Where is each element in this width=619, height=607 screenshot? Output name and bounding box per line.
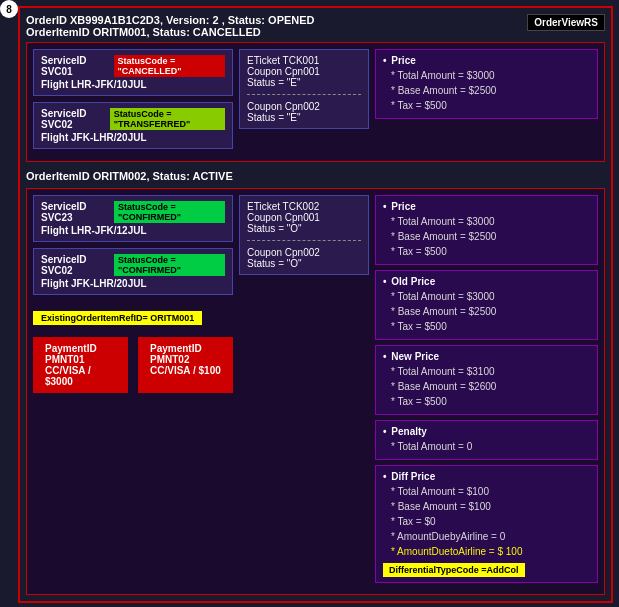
price-diff-amount-to: * AmountDuetoAirline = $ 100 — [383, 544, 590, 559]
price-old-total: * Total Amount = $3000 — [383, 289, 590, 304]
service-id-svc01: ServiceID SVC01 — [41, 55, 108, 77]
eticket-id1: ETicket TCK001 — [247, 55, 361, 66]
section2-eticket: ETicket TCK002 Coupon Cpn001 Status = "O… — [239, 195, 369, 588]
section1: ServiceID SVC01 StatusCode = "CANCELLED"… — [26, 42, 605, 162]
payment-box2: PaymentID PMNT02 CC/VISA / $100 — [138, 337, 233, 393]
existing-ref-badge: ExistingOrderItemRefID= ORITM001 — [33, 311, 202, 325]
price-regular-tax: * Tax = $500 — [383, 244, 590, 259]
service-box-svc02: ServiceID SVC02 StatusCode = "TRANSFERRE… — [33, 102, 233, 149]
price-box-diff: • Diff Price * Total Amount = $100 * Bas… — [375, 465, 598, 583]
flight-svc02: Flight JFK-LHR/20JUL — [41, 132, 225, 143]
price-diff-tax: * Tax = $0 — [383, 514, 590, 529]
price-new-base: * Base Amount = $2600 — [383, 379, 590, 394]
price-diff-base: * Base Amount = $100 — [383, 499, 590, 514]
price-new-tax: * Tax = $500 — [383, 394, 590, 409]
section1-eticket: ETicket TCK001 Coupon Cpn001 Status = "E… — [239, 49, 369, 155]
status-badge-cancelled: StatusCode = "CANCELLED" — [114, 55, 225, 77]
eticket-status2-2: Status = "O" — [247, 258, 361, 269]
eticket-coupon2-2: Coupon Cpn002 — [247, 247, 361, 258]
price-base1: * Base Amount = $2500 — [383, 83, 590, 98]
price-regular-base: * Base Amount = $2500 — [383, 229, 590, 244]
payment-id2: PaymentID PMNT02 — [150, 343, 221, 365]
price-label-new: • New Price — [383, 351, 590, 362]
price-label1: • Price — [383, 55, 590, 66]
service-id-svc23: ServiceID SVC23 — [41, 201, 108, 223]
eticket-box2: ETicket TCK002 Coupon Cpn001 Status = "O… — [239, 195, 369, 275]
eticket-status1: Status = "E" — [247, 77, 361, 88]
badge-8: 8 — [0, 0, 18, 18]
price-total1: * Total Amount = $3000 — [383, 68, 590, 83]
order-id-title: OrderID XB999A1B1C2D3, Version: 2 , Stat… — [26, 14, 315, 26]
section2-prices: • Price * Total Amount = $3000 * Base Am… — [375, 195, 598, 588]
divider1 — [247, 94, 361, 95]
section2: ServiceID SVC23 StatusCode = "CONFIRMED"… — [26, 188, 605, 595]
price-box-regular: • Price * Total Amount = $3000 * Base Am… — [375, 195, 598, 265]
eticket-coupon1: Coupon Cpn001 — [247, 66, 361, 77]
flight-svc23: Flight LHR-JFK/12JUL — [41, 225, 225, 236]
price-box1: • Price * Total Amount = $3000 * Base Am… — [375, 49, 598, 119]
price-regular-total: * Total Amount = $3000 — [383, 214, 590, 229]
service-id-svc02: ServiceID SVC02 — [41, 108, 104, 130]
service-box-svc02b: ServiceID SVC02 StatusCode = "CONFIRMED"… — [33, 248, 233, 295]
eticket-box1: ETicket TCK001 Coupon Cpn001 Status = "E… — [239, 49, 369, 129]
outer-wrapper: 8 OrderID XB999A1B1C2D3, Version: 2 , St… — [0, 0, 619, 607]
section1-price: • Price * Total Amount = $3000 * Base Am… — [375, 49, 598, 155]
penalty-box: • Penalty * Total Amount = 0 — [375, 420, 598, 460]
service-box-svc23: ServiceID SVC23 StatusCode = "CONFIRMED"… — [33, 195, 233, 242]
order-item-id2-header: OrderItemID ORITM002, Status: ACTIVE — [26, 170, 605, 182]
penalty-label: • Penalty — [383, 426, 590, 437]
status-badge-confirmed1: StatusCode = "CONFIRMED" — [114, 201, 225, 223]
penalty-total: * Total Amount = 0 — [383, 439, 590, 454]
price-box-old: • Old Price * Total Amount = $3000 * Bas… — [375, 270, 598, 340]
divider2 — [247, 240, 361, 241]
service-id-svc02b: ServiceID SVC02 — [41, 254, 108, 276]
service-row-svc23: ServiceID SVC23 StatusCode = "CONFIRMED" — [41, 201, 225, 223]
service-row-svc02: ServiceID SVC02 StatusCode = "TRANSFERRE… — [41, 108, 225, 130]
payment-id1: PaymentID PMNT01 — [45, 343, 116, 365]
diff-type-badge: DifferentialTypeCode =AddCol — [383, 563, 525, 577]
flight-svc02b: Flight JFK-LHR/20JUL — [41, 278, 225, 289]
service-box-svc01: ServiceID SVC01 StatusCode = "CANCELLED"… — [33, 49, 233, 96]
service-row-svc01: ServiceID SVC01 StatusCode = "CANCELLED" — [41, 55, 225, 77]
price-label-old: • Old Price — [383, 276, 590, 287]
status-badge-confirmed2: StatusCode = "CONFIRMED" — [114, 254, 225, 276]
section1-services: ServiceID SVC01 StatusCode = "CANCELLED"… — [33, 49, 233, 155]
price-old-base: * Base Amount = $2500 — [383, 304, 590, 319]
status-badge-transferred: StatusCode = "TRANSFERRED" — [110, 108, 225, 130]
price-box-new: • New Price * Total Amount = $3100 * Bas… — [375, 345, 598, 415]
orderviewrs-badge: OrderViewRS — [527, 14, 605, 31]
eticket-id2: ETicket TCK002 — [247, 201, 361, 212]
section2-left: ServiceID SVC23 StatusCode = "CONFIRMED"… — [33, 195, 233, 588]
payment-box1: PaymentID PMNT01 CC/VISA / $3000 — [33, 337, 128, 393]
header-titles: OrderID XB999A1B1C2D3, Version: 2 , Stat… — [26, 14, 315, 38]
price-diff-amount-airline: * AmountDuebyAirline = 0 — [383, 529, 590, 544]
order-item-id1-title: OrderItemID ORITM001, Status: CANCELLED — [26, 26, 315, 38]
header-row: OrderID XB999A1B1C2D3, Version: 2 , Stat… — [26, 14, 605, 38]
eticket-status2: Status = "E" — [247, 112, 361, 123]
price-diff-total: * Total Amount = $100 — [383, 484, 590, 499]
payment-method2: CC/VISA / $100 — [150, 365, 221, 376]
service-row-svc02b: ServiceID SVC02 StatusCode = "CONFIRMED" — [41, 254, 225, 276]
payment-method1: CC/VISA / $3000 — [45, 365, 116, 387]
eticket-coupon2: Coupon Cpn002 — [247, 101, 361, 112]
bottom-left: ExistingOrderItemRefID= ORITM001 — [33, 307, 233, 331]
price-label-diff: • Diff Price — [383, 471, 590, 482]
eticket-status2-1: Status = "O" — [247, 223, 361, 234]
price-old-tax: * Tax = $500 — [383, 319, 590, 334]
payment-row: PaymentID PMNT01 CC/VISA / $3000 Payment… — [33, 337, 233, 393]
price-tax1: * Tax = $500 — [383, 98, 590, 113]
bullet1: • — [383, 55, 387, 66]
price-new-total: * Total Amount = $3100 — [383, 364, 590, 379]
flight-svc01: Flight LHR-JFK/10JUL — [41, 79, 225, 90]
main-container: OrderID XB999A1B1C2D3, Version: 2 , Stat… — [18, 6, 613, 603]
eticket-coupon2-1: Coupon Cpn001 — [247, 212, 361, 223]
price-label-regular: • Price — [383, 201, 590, 212]
